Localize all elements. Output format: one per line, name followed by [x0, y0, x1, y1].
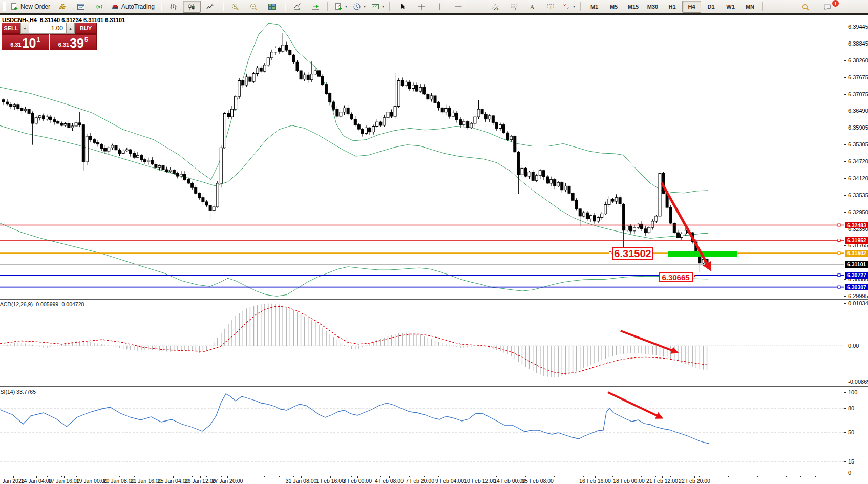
autotrading-icon [111, 3, 119, 11]
volume-up-button[interactable]: ▲ [66, 23, 75, 34]
vline-button[interactable] [431, 1, 449, 13]
bar-chart-button[interactable] [164, 1, 182, 13]
templates-button[interactable]: ▾ [369, 1, 387, 13]
market-window-icon [77, 3, 85, 11]
svg-text:E: E [496, 7, 498, 10]
volume-input[interactable]: 1.00 [29, 23, 66, 34]
toolbar-separator [284, 2, 286, 11]
signal-button[interactable] [90, 1, 108, 13]
macd-panel[interactable] [0, 300, 844, 385]
timeframe-m30-button[interactable]: M30 [643, 1, 662, 13]
candle-chart-icon [187, 3, 196, 11]
rsi-line [0, 394, 709, 444]
rsi-label: RSI(14) 33.7765 [0, 389, 36, 395]
sell-button[interactable]: SELL [2, 23, 20, 34]
trendline-icon [473, 3, 481, 11]
time-axis-label: 21 Feb 12:00 [646, 478, 678, 484]
line-chart-button[interactable] [201, 1, 219, 13]
candle-chart-button[interactable] [183, 1, 201, 13]
price-tag: 6.32483 [845, 222, 868, 228]
time-axis-label: 18 Feb 00:00 [613, 478, 645, 484]
timeframe-mn-button[interactable]: MN [740, 1, 759, 13]
volume-down-button[interactable]: ▼ [20, 23, 29, 34]
sell-price-small: 6.31 [10, 41, 21, 48]
gold-button[interactable] [53, 1, 71, 13]
indicators-button[interactable]: ▾ [332, 1, 350, 13]
chart-shift-icon [311, 3, 320, 11]
rsi-axis-label: 0 [848, 470, 851, 476]
price-annotation-box[interactable]: 6.30665 [659, 272, 693, 282]
buy-price-button[interactable]: 6.31 39 5 [50, 34, 97, 50]
periods-icon [353, 3, 361, 11]
indicators-icon [334, 3, 343, 11]
timeframe-d1-button[interactable]: D1 [702, 1, 721, 13]
price-axis-label: 6.36490 [848, 108, 868, 114]
crosshair-icon [417, 3, 426, 11]
price-axis[interactable]: 6.394456.388456.382606.376756.370756.364… [844, 15, 868, 476]
text-button[interactable]: A [523, 1, 541, 13]
timeframe-h1-button[interactable]: H1 [663, 1, 682, 13]
bb-lower-line [0, 223, 708, 297]
line-handle[interactable] [838, 252, 840, 255]
text-label-button[interactable]: T [541, 1, 559, 13]
timeframe-w1-button[interactable]: W1 [721, 1, 740, 13]
new-order-icon [10, 3, 18, 11]
price-tag: 6.31101 [845, 261, 868, 268]
toolbar-grip[interactable] [3, 2, 6, 11]
crosshair-button[interactable] [412, 1, 430, 13]
line-handle[interactable] [838, 274, 840, 277]
rsi-axis-label: 80 [848, 405, 854, 411]
svg-text:T: T [549, 4, 552, 9]
main-chart[interactable] [0, 15, 844, 298]
buy-button[interactable]: BUY [75, 23, 97, 34]
fibonacci-button[interactable]: F [504, 1, 522, 13]
arrows-button[interactable]: ▾ [560, 1, 578, 13]
timeframe-m5-button[interactable]: M5 [604, 1, 623, 13]
line-handle[interactable] [838, 239, 840, 242]
sell-price-button[interactable]: 6.31 10 1 [2, 34, 49, 50]
search-icon [801, 3, 810, 11]
autotrading-button[interactable]: AutoTrading [109, 1, 157, 13]
channel-button[interactable]: E [486, 1, 504, 13]
templates-icon [371, 3, 379, 11]
zoom-in-button[interactable] [226, 1, 244, 13]
price-annotation-box[interactable]: 6.31502 [612, 247, 653, 260]
periods-button[interactable]: ▾ [350, 1, 368, 13]
fibonacci-icon: F [510, 3, 518, 11]
hline-button[interactable] [449, 1, 467, 13]
buy-price-small: 6.31 [58, 41, 69, 48]
mt4-window: New OrderAutoTrading▾▾▾EFAT▾M1M5M15M30H1… [0, 0, 868, 484]
line-chart-icon [206, 3, 214, 11]
new-order-button[interactable]: New Order [8, 1, 53, 13]
zoom-out-button[interactable] [245, 1, 263, 13]
time-axis-label: 20 Jan 08:00 [103, 478, 135, 484]
time-axis-label: 26 Jan 12:00 [185, 478, 216, 484]
svg-text:F: F [515, 7, 517, 10]
time-axis-label: 1 Feb 16:00 [316, 478, 345, 484]
market-window-button[interactable] [72, 1, 90, 13]
line-handle[interactable] [838, 224, 840, 226]
chart-shift-button[interactable] [307, 1, 325, 13]
time-axis-label: 27 Jan 20:00 [212, 478, 243, 484]
rsi-panel[interactable] [0, 387, 844, 476]
price-axis-label: 6.32950 [848, 209, 868, 215]
line-handle[interactable] [838, 286, 840, 288]
timeframe-h4-button[interactable]: H4 [682, 1, 701, 13]
annotation-anchor[interactable] [609, 251, 611, 254]
tile-windows-button[interactable] [263, 1, 281, 13]
autotrading-label: AutoTrading [121, 3, 155, 10]
toolbar-right: 1 [796, 1, 836, 13]
notifications-button[interactable]: 1 [818, 1, 836, 13]
trendline-button[interactable] [468, 1, 485, 13]
toolbar: New OrderAutoTrading▾▾▾EFAT▾M1M5M15M30H1… [0, 0, 868, 13]
cursor-button[interactable] [394, 1, 412, 13]
timeframe-m1-button[interactable]: M1 [585, 1, 604, 13]
price-axis-label: 6.33535 [848, 192, 868, 198]
chevron-down-icon: ▾ [573, 4, 575, 9]
rsi-axis-label: 15 [848, 458, 854, 465]
annotation-anchor[interactable] [692, 275, 695, 277]
auto-scroll-button[interactable] [288, 1, 306, 13]
search-button[interactable] [796, 1, 814, 13]
timeframe-m15-button[interactable]: M15 [624, 1, 643, 13]
price-axis-label: 6.39445 [848, 24, 868, 30]
